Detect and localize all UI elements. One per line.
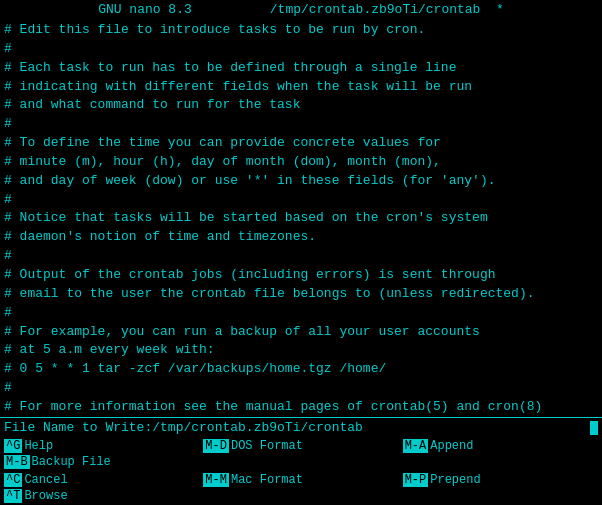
file-path: /tmp/crontab.zb9oTi/crontab [270, 2, 481, 17]
shortcut-label: Prepend [430, 473, 480, 487]
shortcut-label: Browse [24, 489, 67, 503]
title-bar: GNU nano 8.3 /tmp/crontab.zb9oTi/crontab… [0, 0, 602, 19]
shortcut-item[interactable]: ^G Help [2, 438, 201, 454]
prompt-area: File Name to Write: ^G HelpM-D DOS Forma… [0, 417, 602, 505]
shortcut-item[interactable]: M-B Backup File [2, 454, 600, 470]
cursor-block [590, 421, 598, 435]
shortcut-item[interactable]: ^C Cancel [2, 472, 201, 488]
shortcut-label: Backup File [32, 455, 111, 469]
shortcut-key: ^T [4, 489, 22, 503]
file-name-row: File Name to Write: [0, 418, 602, 437]
shortcut-key: M-D [203, 439, 229, 453]
shortcut-key: ^G [4, 439, 22, 453]
shortcut-key: M-M [203, 473, 229, 487]
shortcut-label: Help [24, 439, 53, 453]
shortcut-bar-1: ^G HelpM-D DOS FormatM-A AppendM-B Backu… [0, 437, 602, 471]
shortcut-label: Cancel [24, 473, 67, 487]
shortcut-item[interactable]: ^T Browse [2, 488, 600, 504]
shortcut-label: DOS Format [231, 439, 303, 453]
shortcut-key: M-A [403, 439, 429, 453]
editor-content: # Edit this file to introduce tasks to b… [4, 21, 598, 417]
nano-editor: GNU nano 8.3 /tmp/crontab.zb9oTi/crontab… [0, 0, 602, 505]
shortcut-label: Append [430, 439, 473, 453]
shortcut-key: M-P [403, 473, 429, 487]
shortcut-key: ^C [4, 473, 22, 487]
file-name-input[interactable] [152, 420, 589, 435]
shortcut-item[interactable]: M-P Prepend [401, 472, 600, 488]
editor-area[interactable]: # Edit this file to introduce tasks to b… [0, 19, 602, 417]
shortcut-item[interactable]: M-D DOS Format [201, 438, 400, 454]
shortcut-key: M-B [4, 455, 30, 469]
shortcut-item[interactable]: M-A Append [401, 438, 600, 454]
shortcut-item[interactable]: M-M Mac Format [201, 472, 400, 488]
shortcut-label: Mac Format [231, 473, 303, 487]
modified-indicator: * [496, 2, 504, 17]
app-name: GNU nano 8.3 [98, 2, 192, 17]
file-name-label: File Name to Write: [4, 420, 152, 435]
shortcut-bar-2: ^C CancelM-M Mac FormatM-P Prepend^T Bro… [0, 471, 602, 505]
